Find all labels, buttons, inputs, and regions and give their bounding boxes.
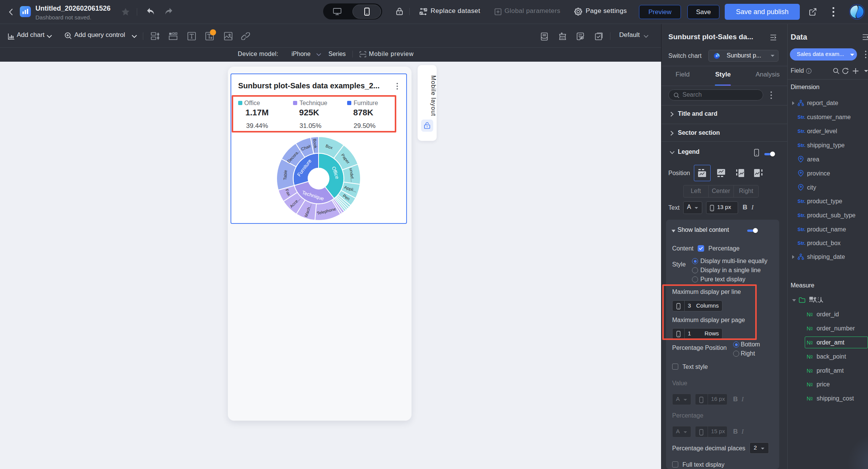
- svg-text:Table: Table: [283, 170, 288, 180]
